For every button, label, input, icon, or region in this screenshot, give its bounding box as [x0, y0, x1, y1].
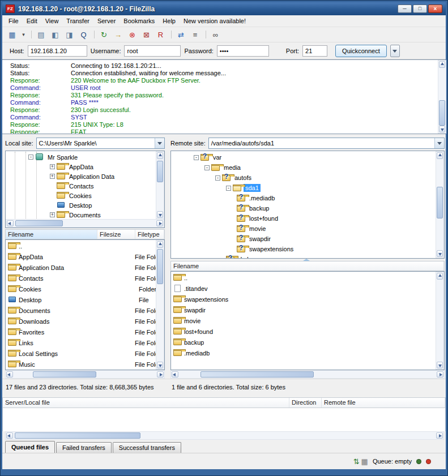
scroll-right-button[interactable]	[437, 371, 443, 378]
tree-item[interactable]: sda1	[172, 183, 444, 193]
scroll-down-button[interactable]	[157, 211, 163, 218]
splitter-handle[interactable]	[303, 259, 310, 261]
file-row[interactable]: Favorites File Folder	[6, 327, 164, 337]
file-row[interactable]: ..	[6, 241, 164, 251]
directory-comparison-button[interactable]: ≡	[189, 28, 202, 41]
log-scrollbar[interactable]	[438, 60, 446, 134]
process-queue-button[interactable]: →	[112, 28, 125, 41]
scroll-left-button[interactable]	[7, 220, 14, 226]
file-row[interactable]: swapdir	[171, 305, 444, 315]
tree-expander[interactable]	[204, 165, 210, 170]
scroll-left-button[interactable]	[172, 371, 178, 378]
scroll-thumb[interactable]	[439, 100, 445, 126]
column-header-filename[interactable]: Filename	[171, 261, 444, 271]
menu-help[interactable]: Help	[159, 16, 180, 26]
file-row[interactable]: Music File Folder	[6, 359, 164, 370]
scroll-down-button[interactable]	[437, 362, 443, 368]
minimize-button[interactable]: ─	[398, 5, 412, 13]
menu-edit[interactable]: Edit	[23, 16, 41, 26]
menu-server[interactable]: Server	[93, 16, 120, 26]
tree-item[interactable]: Mr Sparkle	[7, 152, 164, 162]
scroll-right-button[interactable]	[436, 432, 443, 439]
column-header-remote-file[interactable]: Remote file	[322, 398, 445, 408]
tree-expander[interactable]	[226, 186, 231, 191]
file-row[interactable]: Cookies Folder	[6, 284, 164, 294]
column-header-direction[interactable]: Direction	[289, 398, 322, 408]
tab-queued-files[interactable]: Queued files	[5, 441, 55, 453]
queue-horizontal-scrollbar[interactable]	[5, 431, 444, 440]
tree-item[interactable]: backup	[172, 203, 444, 213]
scroll-up-button[interactable]	[157, 241, 163, 248]
file-row[interactable]: .titandev	[171, 283, 444, 294]
menu-new-version[interactable]: New version available!	[180, 16, 250, 26]
tab-failed-transfers[interactable]: Failed transfers	[56, 442, 112, 453]
scroll-left-button[interactable]	[6, 371, 13, 378]
tree-item[interactable]: media	[172, 162, 444, 173]
file-row[interactable]: ..	[171, 272, 444, 283]
reconnect-button[interactable]: R	[154, 28, 167, 41]
tree-item[interactable]: swapdir	[172, 234, 444, 244]
scroll-left-button[interactable]	[6, 432, 13, 439]
column-header-server-local-file[interactable]: Server/Local file	[3, 398, 289, 408]
scroll-down-button[interactable]	[439, 126, 445, 132]
scroll-up-button[interactable]	[157, 152, 163, 159]
remote-list-horizontal-scrollbar[interactable]	[170, 370, 445, 379]
host-input[interactable]	[28, 45, 87, 57]
cancel-button[interactable]: ⊗	[126, 28, 139, 41]
speed-limits-icon[interactable]: ⇅	[353, 457, 360, 466]
scroll-thumb[interactable]	[15, 432, 140, 439]
username-input[interactable]	[124, 45, 181, 57]
tree-item[interactable]: Desktop	[7, 200, 164, 210]
scroll-up-button[interactable]	[437, 152, 443, 159]
tab-successful-transfers[interactable]: Successful transfers	[113, 442, 181, 453]
tree-item[interactable]: dvd	[172, 254, 444, 259]
scroll-thumb[interactable]	[33, 371, 96, 378]
tree-item[interactable]: Application Data	[7, 171, 164, 181]
file-row[interactable]: backup	[171, 337, 444, 348]
close-button[interactable]: ×	[428, 5, 442, 13]
scroll-down-button[interactable]	[157, 362, 163, 368]
quickconnect-dropdown-button[interactable]	[390, 45, 400, 57]
scroll-thumb[interactable]	[200, 371, 314, 378]
tree-item[interactable]: Contacts	[7, 181, 164, 191]
tree-expander[interactable]	[215, 175, 220, 181]
local-tree-vertical-scrollbar[interactable]	[156, 151, 164, 219]
tree-item[interactable]: AppData	[7, 162, 164, 171]
toggle-queue-button[interactable]: Q	[77, 28, 90, 41]
tree-expander[interactable]	[28, 155, 33, 160]
file-row[interactable]: Application Data File Folder	[6, 262, 164, 273]
tree-item[interactable]: swapextensions	[172, 244, 444, 254]
site-manager-button[interactable]: ▦	[6, 28, 19, 41]
site-manager-dropdown-button[interactable]: ▾	[20, 28, 27, 41]
tree-expander[interactable]	[50, 164, 55, 169]
column-header-filetype[interactable]: Filetype	[135, 230, 164, 239]
synchronized-browsing-button[interactable]: ⇄	[174, 28, 187, 41]
tree-expander[interactable]	[194, 155, 199, 160]
quickconnect-button[interactable]: Quickconnect	[335, 45, 387, 57]
scroll-down-button[interactable]	[437, 250, 443, 257]
local-site-combo[interactable]: C:\Users\Mr Sparkle\	[36, 138, 165, 149]
scroll-thumb[interactable]	[437, 187, 443, 218]
scroll-up-button[interactable]	[437, 273, 443, 280]
scroll-right-button[interactable]	[156, 220, 163, 226]
scroll-right-button[interactable]	[157, 371, 164, 378]
file-row[interactable]: movie	[171, 315, 444, 326]
tree-item[interactable]: Cookies	[7, 191, 164, 200]
toggle-message-log-button[interactable]: ▤	[35, 28, 48, 41]
remote-site-combo[interactable]: /var/media/autofs/sda1	[208, 138, 445, 149]
port-input[interactable]	[302, 45, 327, 57]
tree-expander[interactable]	[50, 174, 55, 179]
remote-list-vertical-scrollbar[interactable]	[436, 272, 444, 370]
file-row[interactable]: swapextensions	[171, 294, 444, 305]
file-row[interactable]: Downloads File Folder	[6, 316, 164, 327]
password-input[interactable]	[217, 45, 269, 57]
toggle-local-tree-button[interactable]: ◧	[49, 28, 62, 41]
remote-tree-vertical-scrollbar[interactable]	[436, 151, 444, 258]
remote-site-dropdown-button[interactable]	[434, 138, 444, 148]
file-row[interactable]: Desktop File	[6, 294, 164, 305]
scroll-up-button[interactable]	[439, 61, 445, 68]
disconnect-button[interactable]: ⊠	[140, 28, 153, 41]
menu-view[interactable]: View	[41, 16, 63, 26]
local-site-dropdown-button[interactable]	[155, 138, 164, 148]
menu-bookmarks[interactable]: Bookmarks	[120, 16, 159, 26]
